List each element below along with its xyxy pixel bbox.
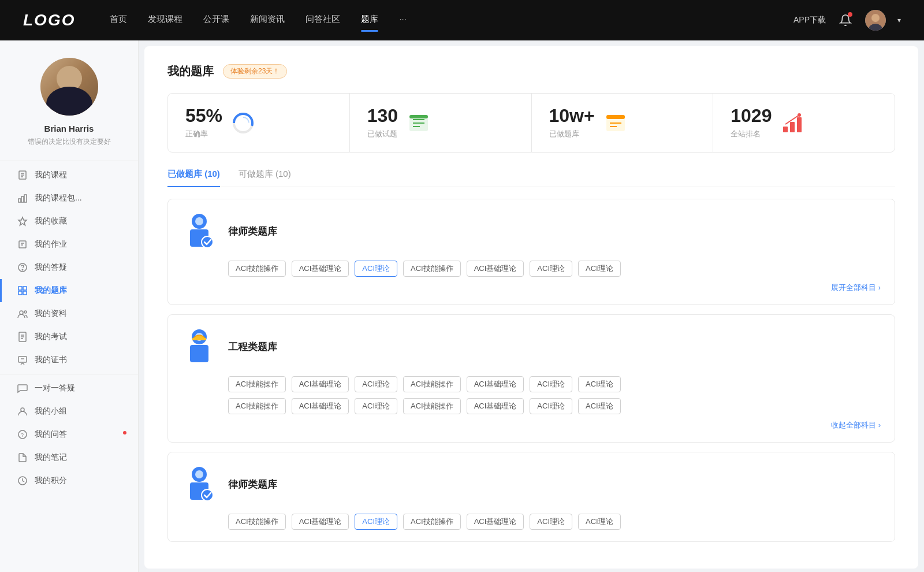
bank-tag[interactable]: ACI基础理论 xyxy=(292,261,349,277)
chat-icon xyxy=(17,383,28,393)
avatar-image xyxy=(40,58,98,116)
user-avatar[interactable] xyxy=(865,10,886,31)
bank-tag[interactable]: ACI技能操作 xyxy=(403,398,461,414)
bank-expand-lawyer-1[interactable]: 展开全部科目 › xyxy=(182,283,881,293)
sidebar-item-cert[interactable]: 我的证书 xyxy=(0,348,138,372)
navbar: LOGO 首页 发现课程 公开课 新闻资讯 问答社区 题库 ··· APP下载 … xyxy=(0,0,924,40)
sidebar-item-points[interactable]: 我的积分 xyxy=(0,469,138,492)
nav-news[interactable]: 新闻资讯 xyxy=(250,14,285,27)
sidebar-item-label: 我的收藏 xyxy=(35,216,67,226)
trial-badge: 体验剩余23天！ xyxy=(223,64,287,79)
bank-tag[interactable]: ACI技能操作 xyxy=(403,261,461,277)
bank-tag[interactable]: ACI技能操作 xyxy=(403,376,461,392)
svg-point-20 xyxy=(20,311,23,314)
bank-tag[interactable]: ACI基础理论 xyxy=(292,398,349,414)
notification-dot xyxy=(848,12,852,17)
stat-rank-number: 1029 xyxy=(731,106,772,125)
sidebar: Brian Harris 错误的决定比没有决定要好 我的课程 我的课程包... … xyxy=(0,40,139,572)
bank-tag[interactable]: ACI理论 xyxy=(578,261,621,277)
tab-done[interactable]: 已做题库 (10) xyxy=(167,169,220,187)
svg-rect-45 xyxy=(790,122,795,132)
bank-tag[interactable]: ACI理论 xyxy=(578,398,621,414)
stat-done-questions-number: 130 xyxy=(367,106,398,125)
bank-tag[interactable]: ACI技能操作 xyxy=(228,261,286,277)
bank-tag[interactable]: ACI理论 xyxy=(355,398,397,414)
sidebar-item-1on1[interactable]: 一对一答疑 xyxy=(0,377,138,400)
nav-more[interactable]: ··· xyxy=(399,14,407,27)
bank-section-lawyer-1: 律师类题库 ACI技能操作 ACI基础理论 ACI理论 ACI技能操作 ACI基… xyxy=(167,199,895,305)
bank-section-engineer: 工程类题库 ACI技能操作 ACI基础理论 ACI理论 ACI技能操作 ACI基… xyxy=(167,314,895,443)
stat-done-banks-number: 10w+ xyxy=(549,106,595,125)
sidebar-item-group[interactable]: 我的小组 xyxy=(0,400,138,423)
user-menu-chevron[interactable]: ▾ xyxy=(897,16,901,24)
sidebar-username: Brian Harris xyxy=(44,124,94,133)
bank-tag[interactable]: ACI基础理论 xyxy=(467,514,524,530)
bank-tag[interactable]: ACI理论 xyxy=(355,376,397,392)
nav-links: 首页 发现课程 公开课 新闻资讯 问答社区 题库 ··· xyxy=(110,14,793,27)
stats-row: 55% 正确率 130 已做试题 xyxy=(167,93,895,153)
nav-open-course[interactable]: 公开课 xyxy=(203,14,229,27)
svg-point-15 xyxy=(22,269,23,270)
svg-point-59 xyxy=(202,489,213,501)
nav-bank[interactable]: 题库 xyxy=(361,14,378,27)
sidebar-divider-2 xyxy=(0,374,138,374)
svg-rect-53 xyxy=(190,345,208,362)
bank-tag[interactable]: ACI基础理论 xyxy=(292,376,349,392)
bank-tag[interactable]: ACI基础理论 xyxy=(467,398,524,414)
bank-tag[interactable]: ACI理论 xyxy=(530,376,572,392)
bank-tags-engineer-row2: ACI技能操作 ACI基础理论 ACI理论 ACI技能操作 ACI基础理论 AC… xyxy=(228,398,881,414)
stat-done-questions: 130 已做试题 xyxy=(350,94,532,152)
stat-accuracy-label: 正确率 xyxy=(185,129,208,138)
grid-icon xyxy=(17,285,28,296)
sidebar-item-profile[interactable]: 我的资料 xyxy=(0,302,138,325)
sidebar-item-label: 我的考试 xyxy=(35,332,67,342)
bank-section-lawyer-2: 律师类题库 ACI技能操作 ACI基础理论 ACI理论 ACI技能操作 ACI基… xyxy=(167,452,895,542)
bank-tag[interactable]: ACI技能操作 xyxy=(228,376,286,392)
bank-tag[interactable]: ACI基础理论 xyxy=(467,261,524,277)
stat-done-questions-label: 已做试题 xyxy=(367,129,397,138)
svg-rect-7 xyxy=(18,199,21,202)
sidebar-item-answers[interactable]: 我的答疑 xyxy=(0,256,138,279)
bank-tag[interactable]: ACI理论 xyxy=(530,514,572,530)
sidebar-item-label: 我的作业 xyxy=(35,239,67,250)
sidebar-item-notes[interactable]: 我的笔记 xyxy=(0,446,138,469)
page-header: 我的题库 体验剩余23天！ xyxy=(167,64,895,79)
sidebar-item-bank[interactable]: 我的题库 xyxy=(0,279,138,302)
nav-qa[interactable]: 问答社区 xyxy=(305,14,340,27)
bank-tag[interactable]: ACI技能操作 xyxy=(403,514,461,530)
sidebar-avatar xyxy=(40,58,98,116)
svg-rect-46 xyxy=(797,117,802,132)
bank-tag-active[interactable]: ACI理论 xyxy=(355,261,397,277)
bank-collapse-engineer[interactable]: 收起全部科目 › xyxy=(182,420,881,430)
accuracy-chart-icon xyxy=(232,112,255,135)
bank-tag[interactable]: ACI理论 xyxy=(530,261,572,277)
bank-title-lawyer-2: 律师类题库 xyxy=(228,478,277,491)
bank-tag[interactable]: ACI理论 xyxy=(578,376,621,392)
notification-bell[interactable] xyxy=(837,12,854,28)
bank-title-engineer: 工程类题库 xyxy=(228,340,277,354)
nav-discover[interactable]: 发现课程 xyxy=(148,14,182,27)
bank-tag[interactable]: ACI技能操作 xyxy=(228,514,286,530)
stat-rank-label: 全站排名 xyxy=(731,129,761,138)
sidebar-item-favorites[interactable]: 我的收藏 xyxy=(0,210,138,233)
bank-tag[interactable]: ACI理论 xyxy=(578,514,621,530)
sidebar-item-homework[interactable]: 我的作业 xyxy=(0,233,138,256)
sidebar-item-course[interactable]: 我的课程 xyxy=(0,164,138,187)
tab-todo[interactable]: 可做题库 (10) xyxy=(239,169,291,187)
sidebar-item-myqa[interactable]: ? 我的问答 xyxy=(0,423,138,446)
bank-tag[interactable]: ACI技能操作 xyxy=(228,398,286,414)
svg-point-50 xyxy=(195,217,203,225)
bank-tag[interactable]: ACI基础理论 xyxy=(292,514,349,530)
nav-home[interactable]: 首页 xyxy=(110,14,127,27)
bank-tag[interactable]: ACI基础理论 xyxy=(467,376,524,392)
bank-tag-active[interactable]: ACI理论 xyxy=(355,514,397,530)
doc-icon xyxy=(17,332,28,342)
sidebar-item-exam[interactable]: 我的考试 xyxy=(0,325,138,348)
engineer-icon xyxy=(182,326,217,367)
stat-accuracy-text: 55% 正确率 xyxy=(185,106,222,139)
group-icon xyxy=(17,406,28,417)
app-download-link[interactable]: APP下载 xyxy=(793,15,826,25)
banks-icon xyxy=(604,112,627,135)
sidebar-item-course-pkg[interactable]: 我的课程包... xyxy=(0,187,138,210)
bank-tag[interactable]: ACI理论 xyxy=(530,398,572,414)
